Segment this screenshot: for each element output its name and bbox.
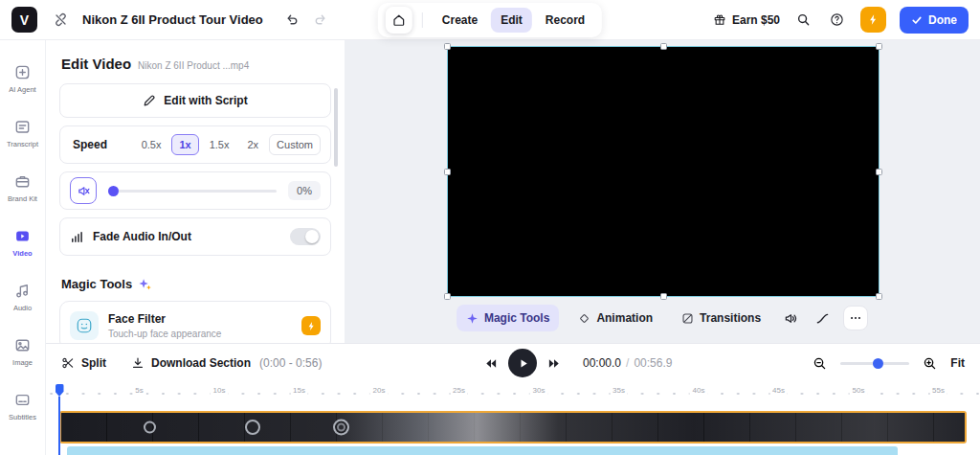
magic-tools-label: Magic Tools	[484, 311, 549, 325]
rewind-button[interactable]	[481, 354, 500, 373]
sidebar-item-ai-agent[interactable]: AI Agent	[0, 52, 46, 106]
timeline-controls: Split Download Section (0:00 - 0:56)	[46, 344, 980, 382]
upgrade-button[interactable]	[860, 7, 886, 33]
face-filter-subtitle: Touch-up face appearance	[108, 329, 221, 339]
volume-card: 0%	[59, 171, 331, 210]
clip-toolbar: Magic Tools Animation Transitions	[345, 305, 980, 331]
audio-clip[interactable]	[67, 446, 898, 455]
ai-agent-icon	[14, 64, 31, 80]
search-button[interactable]	[793, 10, 813, 30]
speed-05x-button[interactable]: 0.5x	[134, 134, 169, 155]
playhead-handle[interactable]	[56, 384, 64, 397]
play-icon	[517, 357, 529, 370]
tab-create[interactable]: Create	[433, 8, 487, 33]
filmstrip-detail	[245, 420, 260, 435]
video-preview[interactable]	[447, 46, 880, 297]
speed-options: 0.5x 1x 1.5x 2x Custom	[134, 134, 321, 155]
resize-handle-middle-left[interactable]	[444, 169, 451, 175]
tab-record[interactable]: Record	[536, 8, 594, 33]
edit-with-script-button[interactable]: Edit with Script	[59, 83, 331, 118]
timeline-tracks	[46, 403, 980, 455]
sidebar-item-label: Subtitles	[9, 413, 36, 421]
zoom-out-button[interactable]	[810, 353, 830, 374]
help-button[interactable]	[827, 10, 847, 30]
tab-edit[interactable]: Edit	[491, 8, 532, 33]
animation-label: Animation	[596, 311, 653, 325]
magic-tools-button[interactable]: Magic Tools	[457, 305, 559, 331]
done-button[interactable]: Done	[900, 7, 969, 34]
help-icon	[830, 12, 844, 27]
playhead[interactable]	[55, 384, 64, 455]
home-button[interactable]	[386, 7, 412, 34]
speed-custom-button[interactable]: Custom	[269, 134, 321, 155]
sidebar-item-video[interactable]: Video	[0, 216, 46, 270]
sidebar-item-label: Image	[12, 358, 33, 367]
volume-slider-track	[108, 190, 277, 193]
fade-audio-toggle[interactable]	[290, 228, 321, 245]
play-button[interactable]	[508, 349, 537, 377]
ruler-tick: 50s	[850, 386, 868, 395]
volume-slider-knob[interactable]	[108, 186, 119, 196]
project-title[interactable]: Nikon Z 6II Product Tour Video	[82, 12, 263, 27]
resize-handle-bottom-left[interactable]	[444, 293, 451, 300]
ruler-tick: 40s	[690, 386, 708, 395]
volume-slider[interactable]	[108, 184, 277, 197]
unlink-button[interactable]	[51, 10, 71, 30]
sparkles-icon	[138, 277, 152, 291]
resize-handle-top-left[interactable]	[444, 43, 451, 50]
panel-header: Edit Video Nikon Z 6II Product ...mp4	[46, 40, 345, 83]
face-filter-card[interactable]: Face Filter Touch-up face appearance	[59, 301, 331, 343]
sidebar-item-audio[interactable]: Audio	[0, 270, 46, 325]
mute-button[interactable]	[70, 177, 97, 204]
more-options-button[interactable]	[843, 306, 868, 330]
video-clip[interactable]	[59, 411, 967, 444]
download-range: (0:00 - 0:56)	[259, 356, 322, 370]
audio-fade-curve-button[interactable]	[812, 307, 834, 330]
resize-handle-middle-right[interactable]	[876, 169, 882, 175]
ruler-tick: 25s	[450, 386, 468, 395]
fit-button[interactable]: Fit	[950, 356, 965, 370]
sidebar-item-image[interactable]: Image	[0, 325, 46, 379]
canvas-area: Magic Tools Animation Transitions	[345, 40, 980, 343]
redo-button[interactable]	[310, 10, 330, 30]
veed-logo[interactable]: V	[11, 7, 37, 33]
clip-volume-button[interactable]	[780, 307, 802, 330]
audio-icon	[14, 283, 31, 299]
timeline-ruler[interactable]: 5s 10s 15s 20s 25s 30s 35s 40s 45s 50s 5…	[46, 382, 980, 403]
filmstrip-detail	[144, 421, 156, 434]
download-section-button[interactable]: Download Section (0:00 - 0:56)	[131, 356, 322, 370]
face-filter-title: Face Filter	[108, 312, 221, 326]
resize-handle-bottom-right[interactable]	[876, 293, 882, 300]
zoom-slider-knob[interactable]	[873, 358, 883, 369]
resize-handle-top-center[interactable]	[660, 43, 667, 50]
resize-handle-bottom-center[interactable]	[660, 293, 667, 300]
undo-button[interactable]	[282, 10, 302, 30]
unlink-icon	[54, 12, 68, 27]
speed-1x-button[interactable]: 1x	[171, 134, 198, 155]
speed-15x-button[interactable]: 1.5x	[202, 134, 237, 155]
animation-button[interactable]: Animation	[568, 305, 662, 331]
resize-handle-top-right[interactable]	[876, 43, 882, 50]
timeline-zoom-slider[interactable]	[840, 357, 909, 369]
transitions-button[interactable]: Transitions	[672, 305, 770, 331]
split-icon	[61, 356, 75, 370]
sidebar-item-transcript[interactable]: Transcript	[0, 106, 46, 161]
sidebar-item-subtitles[interactable]: Subtitles	[0, 379, 46, 434]
panel-subtitle-filename: Nikon Z 6II Product ...mp4	[138, 60, 249, 71]
panel-scrollbar[interactable]	[334, 88, 338, 167]
earn-button[interactable]: Earn $50	[713, 13, 780, 27]
earn-label: Earn $50	[732, 13, 780, 27]
split-button[interactable]: Split	[61, 356, 106, 370]
face-filter-icon	[70, 311, 99, 340]
ruler-tick: 30s	[530, 386, 548, 395]
sidebar-item-brand-kit[interactable]: Brand Kit	[0, 161, 46, 216]
transitions-label: Transitions	[700, 311, 761, 325]
forward-button[interactable]	[546, 354, 564, 373]
zoom-out-icon	[813, 356, 827, 371]
ruler-tick: 15s	[290, 386, 308, 395]
sidebar-rail: AI Agent Transcript Brand Kit	[0, 40, 46, 455]
zoom-in-button[interactable]	[920, 353, 940, 374]
sidebar-item-label: Transcript	[7, 140, 38, 148]
split-label: Split	[81, 356, 106, 370]
speed-2x-button[interactable]: 2x	[239, 134, 266, 155]
